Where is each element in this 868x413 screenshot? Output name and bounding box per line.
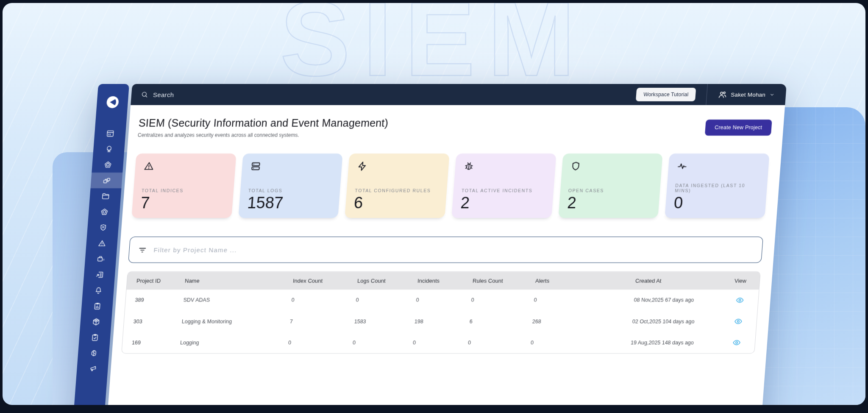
stat-card: TOTAL INDICES 7 xyxy=(131,153,236,218)
create-new-project-button[interactable]: Create New Project xyxy=(705,120,772,136)
column-header-project-id: Project ID xyxy=(127,278,184,284)
stat-card: TOTAL CONFIGURED RULES 6 xyxy=(345,153,450,218)
stat-value: 2 xyxy=(567,195,652,211)
stat-label: TOTAL CONFIGURED RULES xyxy=(355,188,439,193)
search-input[interactable] xyxy=(153,91,331,98)
brain-icon xyxy=(89,349,98,357)
clipboard-check-icon xyxy=(90,333,100,342)
stat-card: TOTAL LOGS 1587 xyxy=(238,153,343,218)
eye-icon xyxy=(735,296,745,304)
view-project-button[interactable] xyxy=(734,295,746,305)
background-scene: SIEM Workspace Tutorial xyxy=(3,3,865,405)
cell-alerts: 0 xyxy=(532,297,632,303)
dashboard-icon xyxy=(106,129,115,138)
zap-icon xyxy=(356,161,368,172)
app-window: Workspace Tutorial Saket Mohan SIEM (Sec… xyxy=(70,84,787,405)
sidebar-item-alerts[interactable] xyxy=(86,235,118,251)
chevron-down-icon xyxy=(769,92,775,98)
cell-logs-count: 1583 xyxy=(352,318,413,324)
project-filter[interactable] xyxy=(128,237,763,263)
alert-triangle-icon xyxy=(97,239,107,248)
stat-label: OPEN CASES xyxy=(568,188,652,193)
cell-name: SDV ADAS xyxy=(181,297,290,303)
column-header-rules-count: Rules Count xyxy=(471,278,534,284)
sidebar-item-toolbox[interactable] xyxy=(85,251,117,267)
cell-incidents: 0 xyxy=(414,297,470,303)
cell-created-at: 19 Aug,2025 148 days ago xyxy=(629,340,717,346)
cell-view xyxy=(720,295,759,305)
cell-project-id: 303 xyxy=(124,318,180,324)
bell-icon xyxy=(94,286,103,295)
cell-created-at: 02 Oct,2025 104 days ago xyxy=(630,318,718,324)
view-project-button[interactable] xyxy=(731,338,742,348)
sidebar-item-integrations[interactable] xyxy=(91,173,123,188)
bug-icon xyxy=(463,161,475,172)
view-project-button[interactable] xyxy=(733,316,744,326)
sidebar-item-ai-brain[interactable] xyxy=(78,345,110,361)
sidebar-item-globe[interactable] xyxy=(93,141,125,157)
eye-icon xyxy=(732,338,741,347)
workspace-tutorial-button[interactable]: Workspace Tutorial xyxy=(636,88,696,101)
sidebar-item-shield-badge[interactable] xyxy=(87,220,119,235)
server-stack-icon xyxy=(250,161,262,172)
cell-incidents: 0 xyxy=(411,340,467,346)
cell-name: Logging & Monitoring xyxy=(180,318,288,324)
global-search[interactable] xyxy=(140,91,637,98)
sidebar-item-pentagon-2[interactable] xyxy=(88,204,120,220)
topbar-right: Workspace Tutorial Saket Mohan xyxy=(635,84,787,105)
clipboard-chart-icon xyxy=(92,302,102,310)
column-header-created-at: Created At xyxy=(634,278,722,284)
briefcase-icon xyxy=(96,255,106,263)
sidebar-item-dashboard[interactable] xyxy=(94,126,126,141)
column-header-alerts: Alerts xyxy=(534,278,634,284)
stat-label: TOTAL ACTIVE INCIDENTS xyxy=(462,188,546,193)
stat-label: DATA INGESTED (LAST 10 MINS) xyxy=(675,183,759,193)
stat-value: 6 xyxy=(353,195,439,211)
column-header-view: View xyxy=(721,278,760,284)
megaphone-icon xyxy=(88,365,97,373)
cell-index-count: 0 xyxy=(289,297,354,303)
projects-table: Project IDNameIndex CountLogs CountIncid… xyxy=(121,271,761,354)
column-header-incidents: Incidents xyxy=(416,278,471,284)
sidebar-item-clipboard-stats[interactable] xyxy=(81,298,113,314)
app-logo-icon xyxy=(105,95,120,109)
shield-lines-icon xyxy=(98,223,108,232)
user-menu[interactable]: Saket Mohan xyxy=(706,84,787,105)
stat-card: TOTAL ACTIVE INCIDENTS 2 xyxy=(451,153,556,218)
page-subtitle: Centralizes and analyzes security events… xyxy=(137,132,387,138)
sidebar-item-notifications[interactable] xyxy=(82,282,114,298)
cell-logs-count: 0 xyxy=(351,340,412,346)
sidebar-item-network[interactable] xyxy=(80,314,112,329)
stat-value: 1587 xyxy=(247,195,332,211)
cell-view xyxy=(716,338,755,348)
alert-triangle-icon xyxy=(143,161,155,172)
stat-card: OPEN CASES 2 xyxy=(558,153,663,218)
sidebar-item-announcements[interactable] xyxy=(76,361,108,377)
table-row: 303 Logging & Monitoring 7 1583 198 6 26… xyxy=(123,311,757,332)
sidebar-item-tasks[interactable] xyxy=(79,329,111,345)
table-row: 169 Logging 0 0 0 0 0 19 Aug,2025 148 da… xyxy=(122,332,756,353)
filter-icon xyxy=(138,246,147,254)
page-title: SIEM (Security Information and Event Man… xyxy=(138,117,389,129)
doc-arrow-icon xyxy=(95,271,104,279)
cell-alerts: 0 xyxy=(529,340,629,346)
hex-globe-icon xyxy=(92,318,101,326)
search-icon xyxy=(140,91,148,98)
column-header-name: Name xyxy=(183,278,292,284)
stat-label: TOTAL INDICES xyxy=(142,188,226,193)
cell-incidents: 198 xyxy=(412,318,468,324)
cell-alerts: 268 xyxy=(530,318,631,324)
stat-card: DATA INGESTED (LAST 10 MINS) 0 xyxy=(665,153,770,218)
cell-index-count: 7 xyxy=(288,318,353,324)
column-header-logs-count: Logs Count xyxy=(356,278,416,284)
table-header-row: Project IDNameIndex CountLogs CountIncid… xyxy=(127,272,760,290)
integrations-icon xyxy=(102,176,111,185)
table-body: 389 SDV ADAS 0 0 0 0 0 08 Nov,2025 67 da… xyxy=(122,290,759,353)
sidebar-item-folder[interactable] xyxy=(89,188,122,204)
cell-rules-count: 0 xyxy=(469,297,532,303)
sidebar-item-pentagon[interactable] xyxy=(92,157,124,173)
eye-icon xyxy=(734,317,743,326)
project-filter-input[interactable] xyxy=(153,246,754,254)
sidebar-item-reports[interactable] xyxy=(83,267,116,282)
stat-cards: TOTAL INDICES 7 TOTAL LOGS 1587 TOTAL CO… xyxy=(131,153,769,218)
